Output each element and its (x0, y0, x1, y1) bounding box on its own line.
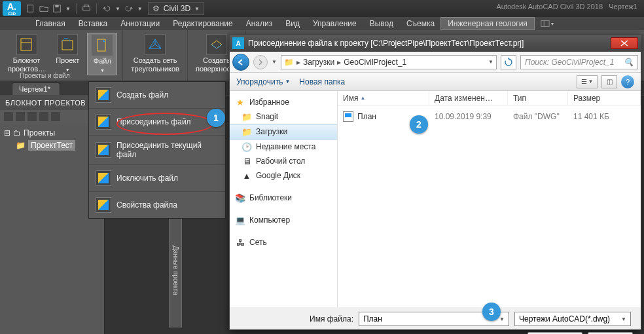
view-list-icon: ☰ (581, 78, 587, 85)
open-icon[interactable] (39, 4, 48, 13)
view-mode-button[interactable]: ☰▼ (577, 75, 598, 88)
breadcrumb-seg-2[interactable]: GeoCivilProject_1 (344, 58, 406, 67)
col-name[interactable]: Имя▲ (338, 91, 429, 105)
workspace-switcher[interactable]: ⚙ Civil 3D ▼ (148, 2, 204, 15)
network-icon: 🖧 (235, 237, 245, 248)
redo-dropdown-icon[interactable]: ▼ (137, 6, 143, 12)
sb-favorites[interactable]: ★Избранное (230, 95, 337, 109)
menu-bar: Главная Вставка Аннотации Редактирование… (0, 17, 644, 30)
preview-pane-button[interactable]: ◫ (601, 75, 617, 88)
breadcrumb-arrow-icon[interactable]: ▸ (337, 58, 341, 67)
sb-computer[interactable]: 💻Компьютер (230, 213, 337, 227)
save-icon[interactable] (52, 4, 62, 13)
menu-output[interactable]: Вывод (363, 18, 400, 29)
sb-gdrive[interactable]: ▲Google Диск (230, 168, 337, 183)
new-folder-button[interactable]: Новая папка (299, 77, 345, 86)
menu-create-file[interactable]: Создать файл (89, 82, 225, 109)
dialog-logo-icon: A (232, 37, 244, 49)
recent-icon: 🕑 (241, 141, 252, 152)
filter-combo[interactable]: Чертежи AutoCAD(*.dwg)▼ (514, 312, 631, 326)
close-button[interactable] (611, 37, 638, 49)
help-button[interactable]: ? (621, 75, 634, 88)
ribbon-file-button[interactable]: Файл▼ (87, 33, 117, 75)
refresh-icon (504, 58, 513, 67)
star-icon: ★ (235, 97, 245, 107)
col-date[interactable]: Дата изменен… (429, 91, 508, 105)
menu-manage[interactable]: Управление (306, 18, 363, 29)
nav-forward-button[interactable] (253, 55, 268, 69)
document-tab[interactable]: Чертеж1* (12, 83, 60, 95)
undo-dropdown-icon[interactable]: ▼ (115, 6, 120, 12)
dialog-title-text: Присоединение файла к проекту [C:\Projec… (248, 39, 524, 48)
col-size[interactable]: Размер (568, 91, 641, 105)
ribbon-project-button[interactable]: Проект▼ (53, 33, 82, 74)
menu-insert[interactable]: Вставка (72, 18, 115, 29)
menu-analysis[interactable]: Анализ (240, 18, 279, 29)
sb-network[interactable]: 🖧Сеть (230, 235, 337, 250)
address-dropdown-icon[interactable]: ▼ (488, 59, 493, 65)
undo-icon[interactable] (102, 4, 111, 13)
window-title: Autodesk AutoCAD Civil 3D 2018 Чертеж1 (496, 3, 637, 10)
svg-rect-7 (21, 39, 31, 50)
menu-view[interactable]: Вид (279, 18, 306, 29)
list-header: Имя▲ Дата изменен… Тип Размер (338, 91, 641, 105)
search-box[interactable]: Поиск: GeoCivilProject_1 🔍 (520, 55, 638, 69)
arrow-right-icon (257, 59, 264, 65)
tree-root[interactable]: ⊟🗀Проекты (4, 127, 100, 139)
folder-icon: 📁 (284, 58, 294, 67)
breadcrumb-arrow-icon[interactable]: ▸ (296, 58, 300, 67)
print-icon[interactable] (82, 4, 91, 13)
file-dialog: A Присоединение файла к проекту [C:\Proj… (229, 34, 641, 330)
file-dropdown-menu: Создать файл Присоединить файл Присоедин… (88, 81, 226, 219)
sb-desktop[interactable]: 🖥Рабочий стол (230, 154, 337, 168)
panel-handle[interactable]: Данные проекта (169, 213, 182, 327)
preview-icon: ◫ (607, 78, 613, 85)
new-icon[interactable] (26, 4, 35, 13)
organize-button[interactable]: Упорядочить▼ (236, 77, 290, 86)
chevron-down-icon: ▼ (621, 316, 626, 322)
col-type[interactable]: Тип (508, 91, 568, 105)
refresh-button[interactable] (501, 55, 516, 69)
folder-icon: 📁 (241, 111, 252, 122)
menu-geology[interactable]: Инженерная геология (441, 18, 534, 29)
dialog-nav-bar: ▼ 📁 ▸ Загрузки ▸ GeoCivilProject_1 ▼ Пои… (230, 52, 641, 73)
menu-annotations[interactable]: Аннотации (114, 18, 166, 29)
file-row[interactable]: План 10.09.2019 9:39 Файл "DWG" 11 401 К… (338, 105, 641, 128)
menu-tail-dropdown[interactable]: ▾ (551, 21, 554, 27)
tree-project[interactable]: 📁ПроектТест (4, 139, 100, 152)
step-2: 2 (410, 115, 428, 134)
ts-icon-4[interactable] (39, 112, 48, 121)
sb-snagit[interactable]: 📁Snagit (230, 109, 337, 124)
redo-icon[interactable] (124, 4, 134, 13)
svg-rect-3 (83, 7, 90, 10)
ribbon-tin-button[interactable]: Создать сеть треугольников (128, 33, 182, 74)
ts-icon-3[interactable] (27, 112, 37, 121)
address-bar[interactable]: 📁 ▸ Загрузки ▸ GeoCivilProject_1 ▼ (281, 55, 497, 69)
ts-icon-5[interactable] (51, 112, 60, 121)
gear-icon: ⚙ (152, 4, 160, 13)
arrow-left-icon (237, 58, 245, 66)
breadcrumb-seg-1[interactable]: Загрузки (303, 58, 334, 67)
title-bar: C3D ▼ ▼ ▼ ⚙ Civil 3D ▼ Autodesk AutoCAD … (0, 0, 644, 17)
ts-icon-2[interactable] (16, 112, 25, 121)
nav-history-dropdown[interactable]: ▼ (272, 59, 277, 65)
ribbon-notebook-button[interactable]: Блокнот проектов… (5, 33, 48, 74)
qat-dropdown-icon[interactable]: ▼ (65, 6, 71, 12)
chevron-down-icon: ▼ (499, 316, 505, 322)
search-icon: 🔍 (624, 58, 634, 67)
menu-home[interactable]: Главная (29, 18, 72, 29)
panel-icon[interactable] (541, 19, 550, 28)
file-list: Имя▲ Дата изменен… Тип Размер План 10.09… (338, 91, 641, 307)
sb-recent[interactable]: 🕑Недавние места (230, 139, 337, 154)
menu-file-properties[interactable]: Свойства файла (89, 192, 225, 218)
step-3: 3 (482, 303, 501, 321)
menu-edit[interactable]: Редактирование (166, 18, 239, 29)
app-logo[interactable]: C3D (3, 1, 21, 16)
sb-downloads[interactable]: 📁Загрузки (230, 124, 337, 139)
menu-attach-current-file[interactable]: Присоединить текущий файл (89, 136, 225, 165)
ts-icon-1[interactable] (4, 112, 13, 121)
nav-back-button[interactable] (232, 54, 249, 71)
menu-survey[interactable]: Съемка (400, 18, 441, 29)
sb-libraries[interactable]: 📚Библиотеки (230, 191, 337, 205)
menu-exclude-file[interactable]: Исключить файл (89, 165, 225, 192)
